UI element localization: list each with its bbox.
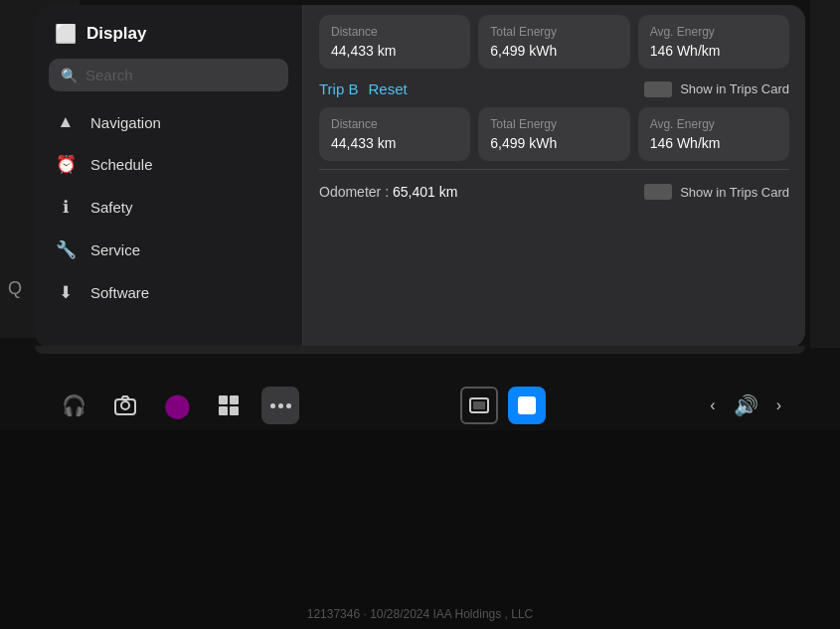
taskbar-center-icons	[460, 387, 546, 424]
service-icon: 🔧	[55, 239, 77, 260]
trip-a-distance-label: Distance	[331, 25, 458, 39]
sidebar-item-navigation[interactable]: ▲ Navigation	[35, 101, 302, 143]
software-icon: ⬇	[55, 282, 77, 303]
trip-b-energy-label: Total Energy	[490, 117, 617, 131]
volume-icon[interactable]: 🔊	[734, 393, 758, 417]
sidebar-item-safety-label: Safety	[90, 199, 133, 216]
trip-b-stats: Distance 44,433 km Total Energy 6,499 kW…	[319, 107, 789, 161]
trip-b-avg-energy-box: Avg. Energy 146 Wh/km	[638, 107, 789, 161]
show-trips-card-checkbox[interactable]	[644, 81, 672, 97]
svg-rect-3	[230, 395, 239, 404]
footer-watermark: 12137346 · 10/28/2024 IAA Holdings , LLC	[0, 607, 840, 621]
trip-b-avg-value: 146 Wh/km	[650, 135, 777, 151]
trip-a-energy-label: Total Energy	[490, 25, 617, 39]
svg-rect-2	[219, 395, 228, 404]
car-interior-right	[810, 0, 840, 348]
taskbar: 🎧 ⬤	[35, 376, 805, 435]
trip-a-avg-energy-box: Avg. Energy 146 Wh/km	[638, 15, 789, 69]
sidebar-item-service-label: Service	[90, 241, 140, 258]
sidebar-item-schedule[interactable]: ⏰ Schedule	[35, 143, 302, 186]
search-placeholder-text: Search	[85, 67, 133, 83]
search-magnify-icon: 🔍	[61, 68, 78, 83]
odometer-show-trips-card: Show in Trips Card	[644, 184, 789, 200]
cards-icon[interactable]	[460, 387, 498, 424]
safety-icon: ℹ	[55, 197, 77, 218]
display-icon: ⬜	[55, 23, 77, 45]
trip-b-distance-box: Distance 44,433 km	[319, 107, 470, 161]
svg-rect-5	[230, 406, 239, 415]
grid-icon[interactable]	[210, 387, 248, 424]
trip-b-show-trips-card: Show in Trips Card	[644, 81, 789, 97]
svg-point-0	[121, 401, 129, 409]
trip-a-avg-label: Avg. Energy	[650, 25, 777, 39]
schedule-icon: ⏰	[55, 154, 77, 175]
trip-b-label[interactable]: Trip B	[319, 80, 358, 97]
dot-1	[270, 403, 275, 408]
screen-content: ⬜ Display 🔍 Search ▲ Navigation ⏰ Schedu…	[35, 5, 805, 348]
odometer-label: Odometer :	[319, 184, 389, 200]
dot-2	[278, 403, 283, 408]
nav-next-button[interactable]: ›	[772, 393, 785, 418]
trip-a-distance-value: 44,433 km	[331, 43, 458, 59]
svg-rect-8	[518, 396, 536, 414]
odometer-show-trips-checkbox[interactable]	[644, 184, 672, 200]
odometer-show-trips-label: Show in Trips Card	[680, 185, 789, 200]
sidebar-item-software[interactable]: ⬇ Software	[35, 271, 302, 314]
svg-rect-7	[473, 401, 485, 409]
sidebar-item-safety[interactable]: ℹ Safety	[35, 186, 302, 229]
purple-circle-icon[interactable]: ⬤	[158, 387, 196, 424]
trip-b-energy-value: 6,499 kWh	[490, 135, 617, 151]
taskbar-right-controls: ‹ 🔊 ›	[706, 393, 785, 418]
divider	[319, 169, 789, 170]
sidebar-item-software-label: Software	[90, 284, 149, 301]
dot-3	[286, 403, 291, 408]
settings-sidebar: ⬜ Display 🔍 Search ▲ Navigation ⏰ Schedu…	[35, 5, 303, 348]
trip-b-distance-label: Distance	[331, 117, 458, 131]
trip-b-avg-label: Avg. Energy	[650, 117, 777, 131]
sidebar-item-service[interactable]: 🔧 Service	[35, 229, 302, 271]
car-bottom-area	[0, 430, 840, 629]
sidebar-item-schedule-label: Schedule	[90, 156, 153, 173]
trip-b-header: Trip B Reset Show in Trips Card	[319, 77, 789, 101]
main-content-area: Distance 44,433 km Total Energy 6,499 kW…	[303, 5, 805, 348]
trip-a-avg-value: 146 Wh/km	[650, 43, 777, 59]
trip-b-distance-value: 44,433 km	[331, 135, 458, 151]
tesla-screen: ⬜ Display 🔍 Search ▲ Navigation ⏰ Schedu…	[35, 5, 805, 348]
search-bar[interactable]: 🔍 Search	[49, 59, 288, 91]
headset-icon[interactable]: 🎧	[55, 387, 92, 424]
screen-bezel	[35, 346, 805, 354]
sidebar-item-navigation-label: Navigation	[90, 114, 161, 131]
camera-icon[interactable]	[106, 387, 144, 424]
trip-a-stats: Distance 44,433 km Total Energy 6,499 kW…	[319, 15, 789, 69]
trip-b-energy-box: Total Energy 6,499 kWh	[478, 107, 629, 161]
odometer-value: 65,401 km	[393, 184, 457, 200]
car-interior: Q ⬜ Display 🔍 Search ▲ Navigation ⏰	[0, 0, 840, 629]
more-options-button[interactable]	[261, 387, 299, 424]
search-icon[interactable]: Q	[8, 278, 22, 299]
sidebar-title: ⬜ Display	[35, 17, 302, 55]
trip-a-energy-value: 6,499 kWh	[490, 43, 617, 59]
trip-a-distance-box: Distance 44,433 km	[319, 15, 470, 69]
taskbar-left-icons: 🎧 ⬤	[55, 387, 299, 424]
trip-a-energy-box: Total Energy 6,499 kWh	[478, 15, 629, 69]
trip-b-reset-button[interactable]: Reset	[368, 80, 407, 97]
odometer-row: Odometer : 65,401 km Show in Trips Card	[319, 178, 789, 206]
active-card-icon[interactable]	[508, 387, 546, 424]
sidebar-title-label: Display	[86, 24, 146, 44]
nav-prev-button[interactable]: ‹	[706, 393, 719, 418]
navigation-icon: ▲	[55, 112, 77, 132]
svg-rect-4	[219, 406, 228, 415]
show-trips-card-label: Show in Trips Card	[680, 81, 789, 96]
